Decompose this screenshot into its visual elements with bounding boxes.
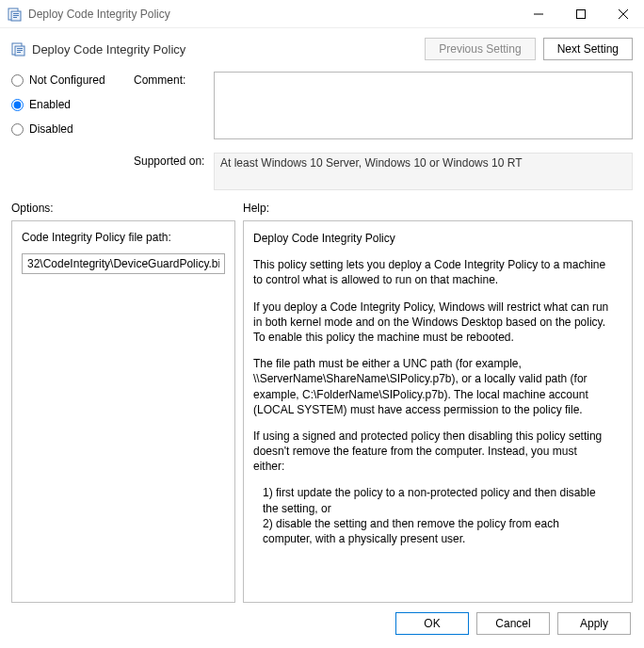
help-pane[interactable]: Deploy Code Integrity Policy This policy… [243, 220, 633, 603]
comment-label: Comment: [134, 72, 214, 139]
svg-rect-2 [13, 13, 19, 14]
help-title: Deploy Code Integrity Policy [253, 231, 611, 246]
svg-rect-3 [13, 15, 19, 16]
radio-not-configured[interactable]: Not Configured [11, 73, 134, 87]
apply-button[interactable]: Apply [557, 612, 631, 635]
cancel-button[interactable]: Cancel [476, 612, 550, 635]
radio-enabled-label: Enabled [29, 98, 71, 111]
state-area: Not Configured Enabled Disabled Comment:… [0, 64, 644, 202]
help-p3: The file path must be either a UNC path … [253, 356, 611, 417]
radio-enabled-input[interactable] [11, 99, 24, 111]
ok-button[interactable]: OK [395, 612, 469, 635]
help-p1: This policy setting lets you deploy a Co… [253, 257, 611, 287]
help-p2: If you deploy a Code Integrity Policy, W… [253, 300, 611, 346]
previous-setting-button[interactable]: Previous Setting [425, 38, 535, 60]
help-li1: 1) first update the policy to a non-prot… [253, 485, 611, 515]
window-controls [517, 0, 644, 28]
app-icon [8, 7, 23, 22]
supported-text: At least Windows 10 Server, Windows 10 o… [214, 153, 633, 190]
minimize-button[interactable] [517, 0, 559, 28]
options-label: Options: [11, 202, 243, 215]
file-path-input[interactable] [22, 253, 225, 274]
radio-disabled-input[interactable] [11, 123, 24, 136]
panes: Code Integrity Policy file path: Deploy … [0, 220, 644, 603]
radio-not-configured-label: Not Configured [29, 73, 105, 87]
svg-rect-12 [17, 50, 23, 51]
options-pane: Code Integrity Policy file path: [11, 220, 235, 603]
svg-rect-13 [17, 52, 21, 53]
help-li2: 2) disable the setting and then remove t… [253, 516, 611, 546]
comment-input[interactable] [214, 72, 633, 139]
next-setting-button[interactable]: Next Setting [543, 38, 633, 60]
supported-label: Supported on: [134, 153, 214, 190]
file-path-label: Code Integrity Policy file path: [22, 231, 225, 244]
dialog-header: Deploy Code Integrity Policy Previous Se… [0, 28, 644, 64]
radio-not-configured-input[interactable] [11, 74, 24, 87]
radio-enabled[interactable]: Enabled [11, 98, 134, 111]
footer-buttons: OK Cancel Apply [0, 603, 644, 648]
state-radios: Not Configured Enabled Disabled [11, 72, 134, 202]
close-button[interactable] [602, 0, 644, 28]
help-p4: If using a signed and protected policy t… [253, 429, 611, 475]
dialog-title: Deploy Code Integrity Policy [32, 42, 417, 57]
radio-disabled-label: Disabled [29, 122, 73, 136]
svg-rect-6 [576, 9, 585, 18]
comment-block: Comment: [134, 72, 633, 139]
help-label: Help: [243, 202, 633, 215]
titlebar: Deploy Code Integrity Policy [0, 0, 644, 28]
radio-disabled[interactable]: Disabled [11, 122, 134, 136]
window-title: Deploy Code Integrity Policy [28, 8, 517, 21]
svg-rect-11 [17, 48, 23, 49]
svg-rect-4 [13, 17, 17, 18]
policy-icon [11, 41, 26, 57]
supported-block: Supported on: At least Windows 10 Server… [134, 153, 633, 190]
pane-labels: Options: Help: [0, 202, 644, 220]
maximize-button[interactable] [559, 0, 602, 28]
